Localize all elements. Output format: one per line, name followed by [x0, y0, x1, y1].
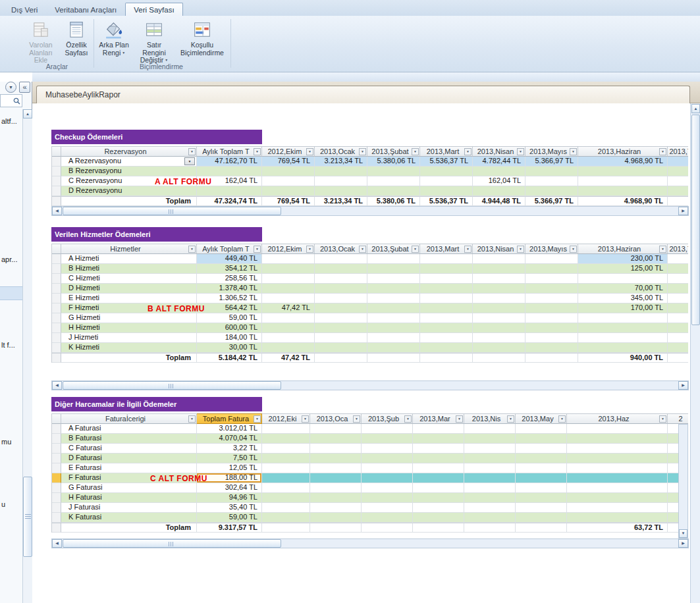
- row-selector[interactable]: [52, 424, 61, 434]
- filter-dropdown-icon[interactable]: ▼: [188, 246, 196, 253]
- cell-month[interactable]: [473, 284, 525, 294]
- cell-month[interactable]: [668, 274, 688, 284]
- cell-month[interactable]: [516, 473, 567, 483]
- column-header-month[interactable]: 2013,Mayıs▼: [525, 146, 578, 157]
- cell-month[interactable]: 4.968,90 TL: [578, 157, 668, 167]
- cell-total[interactable]: 258,56 TL: [197, 274, 262, 284]
- cell-month[interactable]: [315, 254, 367, 264]
- main-scrollbar-thumb[interactable]: [691, 115, 700, 325]
- cell-month[interactable]: [262, 186, 315, 196]
- column-header-month[interactable]: 2▼: [668, 413, 688, 424]
- cell-month[interactable]: [473, 323, 525, 333]
- cell-name[interactable]: C Hizmeti: [61, 274, 197, 284]
- cell-month[interactable]: [420, 186, 473, 196]
- cell-month[interactable]: [525, 313, 578, 323]
- filter-dropdown-icon[interactable]: ▼: [254, 246, 261, 253]
- row-selector[interactable]: [52, 294, 61, 303]
- cell-month[interactable]: [362, 503, 413, 513]
- h-scrollbar-thumb[interactable]: [63, 539, 281, 548]
- cell-month[interactable]: [315, 294, 367, 303]
- row-selector[interactable]: [52, 503, 61, 513]
- cell-total[interactable]: 59,00 TL: [197, 313, 262, 323]
- filter-dropdown-icon[interactable]: ▼: [507, 415, 514, 423]
- nav-scrollbar[interactable]: ▲: [22, 109, 32, 603]
- tab-dis-veri[interactable]: Dış Veri: [3, 3, 46, 16]
- cell-month[interactable]: [262, 313, 315, 323]
- cell-month[interactable]: [668, 176, 688, 186]
- cell-month[interactable]: [315, 313, 367, 323]
- cell-month[interactable]: [315, 264, 367, 274]
- scroll-up-button[interactable]: ▲: [23, 109, 32, 118]
- cell-month[interactable]: [525, 176, 578, 186]
- nav-scrollbar-thumb[interactable]: [23, 477, 32, 557]
- row-selector[interactable]: [52, 167, 61, 176]
- tab-veritabani-araclari[interactable]: Veritabanı Araçları: [46, 3, 125, 16]
- cell-total[interactable]: 449,40 TL: [197, 254, 262, 264]
- filter-dropdown-icon[interactable]: ▼: [254, 415, 261, 423]
- cell-total[interactable]: 4.070,04 TL: [197, 434, 262, 444]
- cell-month[interactable]: 3.213,34 TL: [315, 157, 367, 167]
- cell-month[interactable]: [473, 294, 525, 303]
- main-vertical-scrollbar[interactable]: ▲: [690, 103, 700, 603]
- cell-month[interactable]: [262, 444, 310, 454]
- cell-month[interactable]: [668, 294, 688, 303]
- cell-month[interactable]: [464, 513, 516, 523]
- cell-month[interactable]: 170,00 TL: [578, 303, 668, 313]
- row-selector[interactable]: [52, 264, 61, 274]
- filter-dropdown-icon[interactable]: ▼: [306, 148, 313, 155]
- background-color-button[interactable]: Arka Plan Rengi▼: [96, 18, 132, 66]
- filter-dropdown-icon[interactable]: ▼: [306, 246, 313, 253]
- cell-month[interactable]: [567, 493, 668, 503]
- filter-dropdown-icon[interactable]: ▼: [404, 415, 412, 423]
- cell-month[interactable]: [362, 454, 413, 463]
- cell-month[interactable]: [262, 493, 310, 503]
- column-header-month[interactable]: 2013,Mart▼: [420, 244, 473, 254]
- row-selector[interactable]: [52, 196, 61, 206]
- cell-month[interactable]: [262, 454, 310, 463]
- filter-dropdown-icon[interactable]: ▼: [464, 246, 471, 253]
- filter-dropdown-icon[interactable]: ▼: [412, 246, 419, 253]
- cell-month[interactable]: [473, 333, 525, 343]
- cell-month[interactable]: [367, 176, 420, 186]
- cell-month[interactable]: [567, 463, 668, 473]
- row-selector[interactable]: [52, 493, 61, 503]
- row-selector[interactable]: [52, 313, 61, 323]
- cell-total[interactable]: 59,00 TL: [197, 513, 262, 523]
- column-header-month[interactable]: 2013,May▼: [516, 413, 567, 424]
- filter-dropdown-icon[interactable]: ▼: [188, 415, 196, 423]
- cell-month[interactable]: [525, 186, 578, 196]
- row-selector[interactable]: [52, 513, 61, 523]
- cell-month[interactable]: [362, 473, 413, 483]
- cell-month[interactable]: [525, 264, 578, 274]
- cell-month[interactable]: [668, 167, 688, 176]
- cell-month[interactable]: [420, 294, 473, 303]
- row-selector-header[interactable]: [52, 413, 61, 424]
- cell-month[interactable]: [310, 483, 362, 493]
- cell-month[interactable]: [578, 274, 668, 284]
- row-selector[interactable]: [52, 444, 61, 454]
- filter-dropdown-icon[interactable]: ▼: [353, 415, 360, 423]
- row-selector[interactable]: [52, 186, 61, 196]
- filter-dropdown-icon[interactable]: ▼: [659, 415, 666, 423]
- cell-total[interactable]: 35,40 TL: [197, 503, 262, 513]
- cell-month[interactable]: [262, 254, 315, 264]
- cell-total[interactable]: [197, 167, 262, 176]
- cell-month[interactable]: [668, 284, 688, 294]
- cell-month[interactable]: [420, 303, 473, 313]
- column-header-month[interactable]: 2012,Ekim▼: [262, 146, 315, 157]
- cell-month[interactable]: [413, 454, 464, 463]
- cell-month[interactable]: [525, 294, 578, 303]
- cell-month[interactable]: [668, 254, 688, 264]
- cell-month[interactable]: [310, 473, 362, 483]
- cell-month[interactable]: [473, 254, 525, 264]
- filter-dropdown-icon[interactable]: ▼: [359, 246, 366, 253]
- cell-month[interactable]: [567, 503, 668, 513]
- cell-total[interactable]: 94,96 TL: [197, 493, 262, 503]
- column-header-name[interactable]: Faturaİcerigi▼: [61, 413, 197, 424]
- cell-month[interactable]: [420, 343, 473, 353]
- column-header-name[interactable]: Hizmetler▼: [61, 244, 197, 254]
- cell-month[interactable]: [464, 463, 516, 473]
- datasheet-vertical-scrollbar[interactable]: ▼: [678, 424, 688, 538]
- cell-month[interactable]: [420, 323, 473, 333]
- cell-month[interactable]: [310, 493, 362, 503]
